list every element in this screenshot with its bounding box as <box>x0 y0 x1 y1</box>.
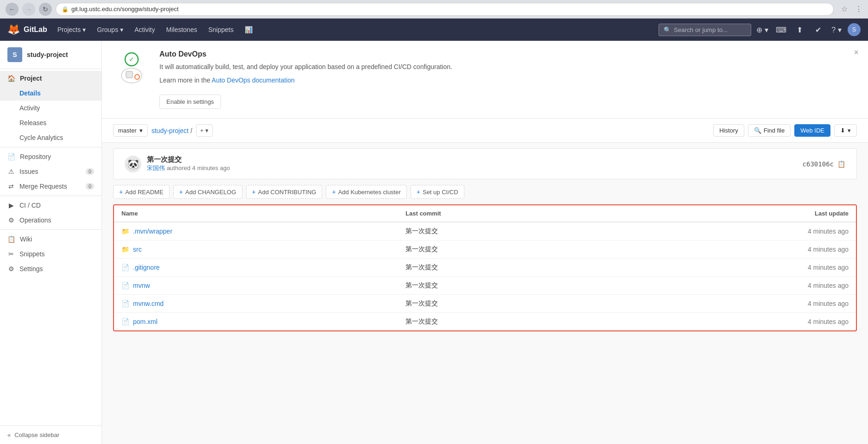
browser-bar: ← → ↻ 🔒 git.lug.ustc.edu.cn/songgw/study… <box>0 0 868 19</box>
bookmark-icon[interactable]: ☆ <box>841 5 848 13</box>
sidebar-divider-2 <box>0 196 101 196</box>
file-name-link[interactable]: 📁 src <box>121 246 391 253</box>
repo-path: study-project / <box>152 127 192 134</box>
reload-button[interactable]: ↻ <box>39 3 52 16</box>
col-last-commit: Last commit <box>398 205 615 222</box>
nav-chart[interactable]: 📊 <box>240 23 257 36</box>
add-contributing-button[interactable]: + Add CONTRIBUTING <box>246 185 323 199</box>
sidebar-divider-3 <box>0 229 101 230</box>
sidebar-item-cycle-analytics[interactable]: Cycle Analytics <box>0 130 101 145</box>
last-update-cell: 4 minutes ago <box>615 313 856 331</box>
table-row: 📄 pom.xml 第一次提交 4 minutes ago <box>114 313 856 331</box>
help-button[interactable]: ? ▾ <box>829 22 844 37</box>
repo-path-link[interactable]: study-project <box>152 127 189 134</box>
path-separator: / <box>190 127 192 134</box>
file-icon: 📄 <box>121 318 129 325</box>
cicd-icon: ▶ <box>7 202 15 209</box>
add-file-button[interactable]: + ▾ <box>196 124 213 137</box>
devops-illustration: ✓ <box>113 50 150 87</box>
file-name-link[interactable]: 📁 .mvn/wrapper <box>121 228 391 235</box>
sidebar-item-settings[interactable]: ⚙ Settings <box>0 261 101 276</box>
search-input[interactable] <box>674 26 746 33</box>
file-name-cell: 📄 mvnw.cmd <box>114 295 398 313</box>
keyboard-shortcut-icon[interactable]: ⌨ <box>773 22 788 37</box>
more-options-icon[interactable]: ⋮ <box>855 5 862 13</box>
sidebar: S study-project 🏠 Project Details Activi… <box>0 41 102 444</box>
home-icon: 🏠 <box>7 75 15 82</box>
sidebar-item-releases[interactable]: Releases <box>0 115 101 130</box>
find-file-button[interactable]: 🔍 Find file <box>748 124 791 137</box>
nav-snippets[interactable]: Snippets <box>203 23 238 36</box>
search-box[interactable]: 🔍 <box>659 24 751 36</box>
sidebar-item-snippets[interactable]: ✂ Snippets <box>0 247 101 261</box>
content-area: ✓ Auto DevOps It will automatically buil… <box>102 41 868 444</box>
top-navigation: 🦊 GitLab Projects ▾ Groups ▾ Activity Mi… <box>0 19 868 41</box>
commit-author-link[interactable]: 宋国伟 <box>147 165 165 171</box>
nav-projects[interactable]: Projects ▾ <box>53 23 91 36</box>
add-changelog-button[interactable]: + Add CHANGELOG <box>173 185 242 199</box>
close-banner-button[interactable]: × <box>854 48 859 57</box>
nav-activity[interactable]: Activity <box>130 23 159 36</box>
col-last-update: Last update <box>615 205 856 222</box>
clone-button[interactable]: ⬇ ▾ <box>834 124 857 137</box>
address-bar[interactable]: 🔒 git.lug.ustc.edu.cn/songgw/study-proje… <box>56 3 834 16</box>
enable-settings-button[interactable]: Enable in settings <box>159 95 221 109</box>
sidebar-item-repository[interactable]: 📄 Repository <box>0 149 101 164</box>
main-layout: S study-project 🏠 Project Details Activi… <box>0 41 868 444</box>
add-readme-button[interactable]: + Add README <box>113 185 170 199</box>
devops-title: Auto DevOps <box>159 50 857 58</box>
web-ide-button[interactable]: Web IDE <box>794 124 830 137</box>
sidebar-item-details[interactable]: Details <box>0 86 101 101</box>
file-name-link[interactable]: 📄 .gitignore <box>121 264 391 271</box>
table-row: 📄 mvnw 第一次提交 4 minutes ago <box>114 277 856 295</box>
devops-docs-link[interactable]: Auto DevOps documentation <box>212 76 295 84</box>
branch-name: master <box>118 127 137 134</box>
issues-icon: ⚠ <box>7 168 15 175</box>
branch-selector[interactable]: master ▾ <box>113 124 148 137</box>
sidebar-item-merge-requests[interactable]: ⇄ Merge Requests 0 <box>0 179 101 194</box>
sidebar-item-operations[interactable]: ⚙ Operations <box>0 213 101 228</box>
copy-commit-hash-button[interactable]: 📋 <box>837 160 845 168</box>
commit-message: 第一次提交 <box>147 155 230 164</box>
last-update-cell: 4 minutes ago <box>615 222 856 241</box>
file-name-link[interactable]: 📄 pom.xml <box>121 318 391 325</box>
chevron-down-icon: ▾ <box>120 26 123 33</box>
plus-icon: + <box>332 188 336 196</box>
nav-groups[interactable]: Groups ▾ <box>92 23 128 36</box>
file-table-header: Name Last commit Last update <box>114 205 856 222</box>
repository-icon: 📄 <box>7 153 15 160</box>
devops-description: It will automatically build, test, and d… <box>159 62 857 72</box>
last-commit-cell: 第一次提交 <box>398 241 615 259</box>
quick-actions: + Add README + Add CHANGELOG + Add CONTR… <box>102 179 868 204</box>
devops-icon-area: ✓ <box>113 50 150 87</box>
sidebar-item-activity[interactable]: Activity <box>0 101 101 115</box>
project-name: study-project <box>27 51 68 58</box>
gitlab-logo[interactable]: 🦊 GitLab <box>7 24 47 36</box>
project-header: S study-project <box>0 41 101 69</box>
svg-rect-3 <box>126 71 133 78</box>
user-avatar[interactable]: S <box>848 23 861 36</box>
nav-milestones[interactable]: Milestones <box>162 23 202 36</box>
add-kubernetes-cluster-button[interactable]: + Add Kubernetes cluster <box>326 185 406 199</box>
operations-icon: ⚙ <box>7 216 15 224</box>
history-button[interactable]: History <box>713 124 744 137</box>
todos-icon[interactable]: ✔ <box>811 22 825 37</box>
file-name-link[interactable]: 📄 mvnw <box>121 282 391 289</box>
new-item-button[interactable]: ⊕ ▾ <box>755 22 770 37</box>
file-name-link[interactable]: 📄 mvnw.cmd <box>121 300 391 307</box>
repo-toolbar: master ▾ study-project / + ▾ History 🔍 F… <box>102 119 868 143</box>
back-button[interactable]: ← <box>6 3 19 16</box>
forward-button[interactable]: → <box>22 3 35 16</box>
commit-info: 🐼 第一次提交 宋国伟 authored 4 minutes ago c6301… <box>113 148 857 179</box>
sidebar-item-wiki[interactable]: 📋 Wiki <box>0 232 101 247</box>
merge-requests-badge: 0 <box>86 183 94 190</box>
sidebar-item-project[interactable]: 🏠 Project <box>0 71 101 86</box>
setup-cicd-button[interactable]: + Set up CI/CD <box>411 185 464 199</box>
settings-icon: ⚙ <box>7 265 15 273</box>
table-row: 📁 src 第一次提交 4 minutes ago <box>114 241 856 259</box>
sidebar-item-issues[interactable]: ⚠ Issues 0 <box>0 164 101 179</box>
merge-requests-icon[interactable]: ⬆ <box>792 22 807 37</box>
collapse-sidebar-button[interactable]: « Collapse sidebar <box>0 425 101 444</box>
folder-icon: 📁 <box>121 246 129 253</box>
sidebar-item-cicd[interactable]: ▶ CI / CD <box>0 198 101 213</box>
